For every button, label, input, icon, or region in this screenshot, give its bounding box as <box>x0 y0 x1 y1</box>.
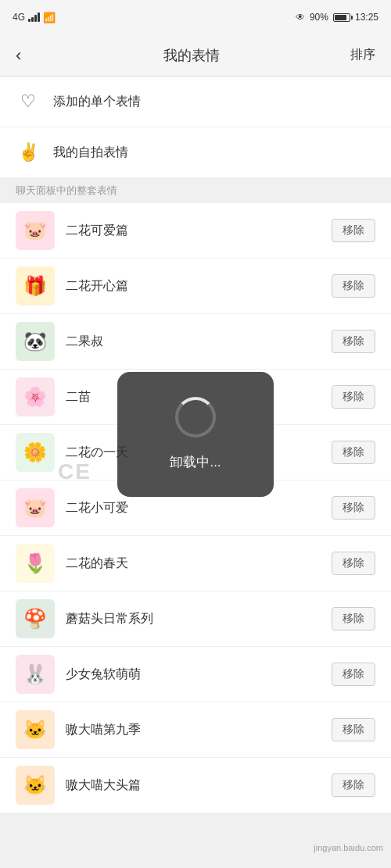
loading-text: 卸载中... <box>170 453 221 471</box>
loading-box: 卸载中... <box>117 372 274 497</box>
loading-overlay: 卸载中... <box>0 0 391 868</box>
loading-spinner <box>175 397 216 438</box>
